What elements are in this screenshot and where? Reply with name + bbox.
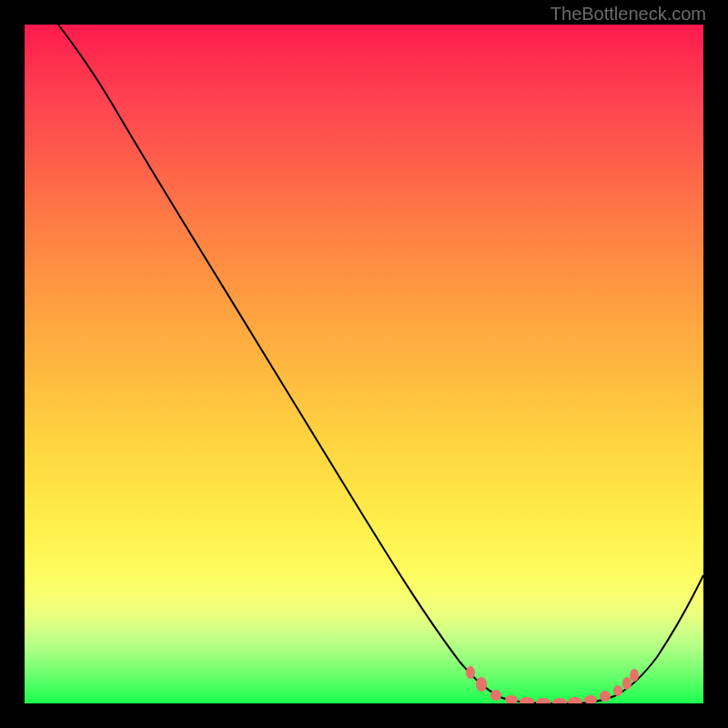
data-point <box>630 669 639 682</box>
data-point <box>613 685 622 696</box>
data-point <box>476 677 487 692</box>
data-point <box>552 698 567 703</box>
data-point <box>568 697 582 703</box>
data-point <box>505 695 518 703</box>
data-point <box>584 695 597 703</box>
data-point <box>600 691 611 702</box>
data-point <box>536 698 551 703</box>
bottleneck-curve <box>58 25 703 703</box>
chart-svg <box>25 25 703 703</box>
data-point <box>490 690 501 701</box>
data-point <box>466 666 475 679</box>
chart-area <box>25 25 703 703</box>
watermark-text: TheBottleneck.com <box>551 4 706 25</box>
data-points-group <box>466 666 639 703</box>
data-point <box>520 697 534 703</box>
data-point <box>622 677 632 690</box>
